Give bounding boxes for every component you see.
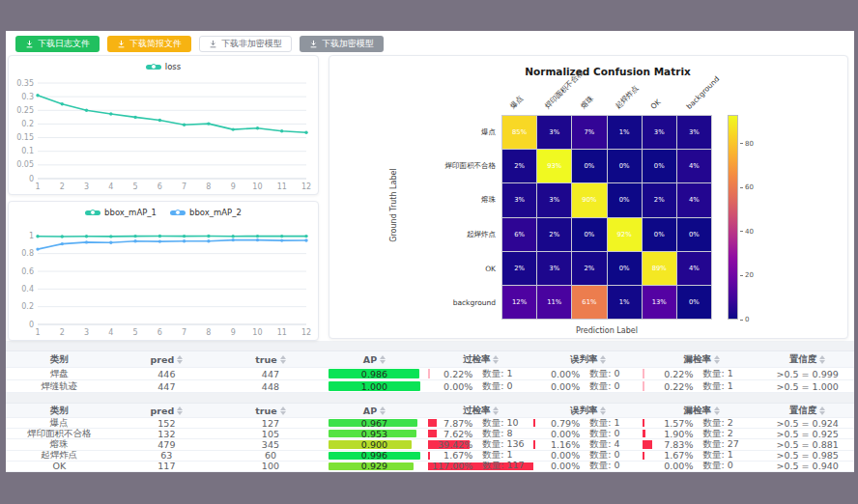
svg-text:6: 6 [157,182,162,191]
column-header-label: 过检率 [463,353,491,366]
rate-percent: 1.57% [643,418,697,428]
colorbar-tick: 40 [740,228,754,236]
matrix-cell: 1% [608,116,642,149]
legend-label: bbox_mAP_2 [189,208,242,217]
svg-text:0.4: 0.4 [21,285,34,294]
sort-carets-icon[interactable] [380,406,386,415]
column-header-label: true [255,354,276,365]
column-header-ap[interactable]: AP [321,351,429,367]
column-header-mis[interactable]: 误判率 [533,404,643,417]
ap-bar-track: 1.000 [329,380,421,392]
sort-carets-icon[interactable] [177,355,183,364]
cell-mis: 1.16%数量: 4 [533,439,643,449]
ap-value: 0.967 [329,418,421,428]
download-icon [25,40,34,48]
miss-rate-cell: 1.57%数量: 2 [643,418,760,428]
sort-carets-icon[interactable] [493,406,499,415]
sort-carets-icon[interactable] [600,355,606,364]
rate-percent: 0.22% [643,381,697,392]
button-label: 下载简报文件 [129,36,182,52]
column-header-miss[interactable]: 漏检率 [643,404,760,417]
cell-conf: >0.5 = 0.925 [760,429,854,438]
rate-count: 数量: 0 [476,380,533,392]
cell-pred: 479 [113,439,221,449]
legend-label: loss [165,62,181,71]
download-unencrypted-model-button[interactable]: 下载非加密模型 [199,36,292,52]
rate-percent: 0.22% [428,369,476,379]
svg-text:0.3: 0.3 [21,93,34,101]
download-log-button[interactable]: 下载日志文件 [15,36,100,52]
column-header-label: true [255,406,276,416]
column-header-pred[interactable]: pred [113,351,221,367]
confusion-matrix-grid: 85%3%7%1%3%3%2%93%0%0%0%4%3%3%90%0%2%4%6… [501,115,712,320]
legend-item-loss[interactable]: loss [146,62,181,71]
svg-text:11: 11 [277,182,287,191]
svg-text:5: 5 [133,328,138,337]
ap-bar-track: 0.900 [329,439,421,449]
svg-text:0: 0 [29,175,34,183]
column-header-conf[interactable]: 置信度 [760,404,854,417]
confusion-matrix-row-labels: 爆点焊印面积不合格熔珠起焊炸点OKbackground [329,115,496,320]
colorbar-tick: 60 [740,183,754,191]
svg-text:3: 3 [84,182,89,191]
cell-ap: 0.996 [321,451,429,461]
rate-count: 数量: 27 [697,439,760,449]
sort-carets-icon[interactable] [819,355,825,364]
column-header-mis[interactable]: 误判率 [533,351,643,367]
sort-carets-icon[interactable] [493,355,499,364]
cell-true: 60 [220,451,321,461]
over-rate-cell: 1.67%数量: 1 [428,451,533,461]
rate-percent: 1.67% [428,451,476,461]
map-chart-card: bbox_mAP_1bbox_mAP_2 00.20.40.60.8112345… [8,201,319,341]
matrix-row-label: 熔珠 [329,195,496,205]
sort-carets-icon[interactable] [177,406,183,415]
cell-over: 0.22%数量: 1 [428,368,533,379]
download-report-button[interactable]: 下载简报文件 [107,36,191,52]
over-rate-cell: 0.00%数量: 0 [428,380,533,392]
rate-count: 数量: 0 [697,462,760,471]
mis-rate-cell: 0.00%数量: 0 [533,368,643,379]
cell-ap: 1.000 [321,380,429,392]
miss-rate-cell: 1.90%数量: 2 [643,429,760,438]
legend-item-bbox_mAP_2[interactable]: bbox_mAP_2 [170,208,242,217]
download-encrypted-model-button[interactable]: 下载加密模型 [300,36,384,52]
sort-carets-icon[interactable] [280,355,286,364]
sort-carets-icon[interactable] [819,406,825,415]
column-header-ap[interactable]: AP [321,404,429,417]
legend-marker [146,65,161,70]
rate-percent: 7.87% [428,418,476,428]
column-header-miss[interactable]: 漏检率 [643,351,760,367]
column-header-true[interactable]: true [220,404,321,417]
cell-name: 焊盘 [6,368,113,379]
column-header-true[interactable]: true [220,351,321,367]
column-header-conf[interactable]: 置信度 [760,351,854,367]
matrix-cell: 93% [537,150,571,182]
column-header-pred[interactable]: pred [113,404,221,417]
svg-text:1: 1 [29,232,34,240]
matrix-col-label: 熔珠 [579,94,596,111]
cell-true: 100 [220,462,321,471]
mis-rate-cell: 0.00%数量: 0 [533,380,643,392]
cell-ap: 0.929 [321,462,429,471]
legend-item-bbox_mAP_1[interactable]: bbox_mAP_1 [85,208,157,217]
sort-carets-icon[interactable] [280,406,286,415]
sort-carets-icon[interactable] [380,355,386,364]
svg-text:1: 1 [35,328,40,337]
matrix-cell: 90% [572,183,606,216]
matrix-cell: 2% [502,150,536,182]
sort-carets-icon[interactable] [714,406,720,415]
loss-chart-legend: loss [9,58,318,75]
sort-carets-icon[interactable] [600,406,606,415]
table-row: 焊印面积不合格1321050.9537.62%数量: 80.00%数量: 01.… [6,429,854,439]
cell-name: 起焊炸点 [6,451,113,461]
column-header-label: AP [363,354,377,365]
sort-carets-icon[interactable] [714,355,720,364]
ap-value: 1.000 [329,380,421,392]
svg-text:8: 8 [206,328,211,337]
svg-text:6: 6 [157,328,162,337]
column-header-over[interactable]: 过检率 [428,404,533,417]
svg-text:0.05: 0.05 [16,160,34,169]
rate-count: 数量: 0 [584,429,643,438]
download-icon [209,40,217,48]
column-header-over[interactable]: 过检率 [428,351,533,367]
